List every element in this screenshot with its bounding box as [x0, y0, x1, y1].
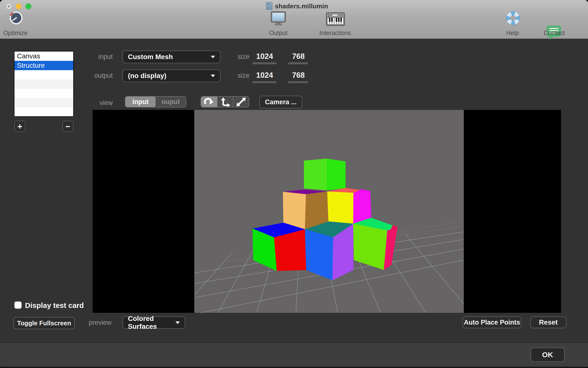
input-dropdown-value: Custom Mesh — [128, 53, 173, 61]
close-button[interactable] — [6, 3, 12, 9]
bottom-right-cube-front-face — [353, 224, 387, 270]
document-icon — [266, 2, 272, 10]
lifebuoy-icon[interactable] — [506, 11, 520, 25]
view-option-ouput[interactable]: ouput — [156, 97, 186, 107]
rotate-tool-button[interactable] — [201, 97, 217, 107]
transform-tools — [201, 96, 249, 107]
output-width-field[interactable]: 1024 — [253, 71, 276, 83]
top-cube-left-face — [304, 159, 327, 190]
display-test-card-checkbox[interactable] — [14, 302, 22, 309]
reset-button[interactable]: Reset — [530, 316, 566, 328]
input-width-field[interactable]: 1024 — [253, 52, 276, 64]
scale-tool-button[interactable] — [233, 97, 249, 107]
structure-editor-window: shaders.millumin Optimize — [0, 0, 588, 368]
output-dropdown[interactable]: (no display) — [122, 69, 220, 82]
chevron-down-icon — [211, 56, 215, 58]
input-dropdown[interactable]: Custom Mesh — [122, 51, 220, 63]
toggle-fullscreen-button[interactable]: Toggle Fullscreen — [13, 317, 75, 329]
toolbar-item-optimize[interactable]: Optimize — [1, 29, 30, 37]
zoom-button[interactable] — [25, 3, 31, 9]
cube-scene — [194, 110, 464, 313]
midi-keyboard-icon[interactable] — [326, 12, 345, 27]
preview-mode-dropdown[interactable]: Colored Surfaces — [122, 316, 185, 329]
preview-letterbox — [93, 110, 561, 313]
preview-viewport[interactable] — [194, 110, 464, 313]
minimize-button[interactable] — [16, 3, 22, 9]
view-label: view — [88, 99, 113, 107]
output-dropdown-value: (no display) — [128, 72, 166, 80]
scale-icon — [235, 97, 247, 107]
grid-line — [429, 231, 464, 264]
view-option-input[interactable]: input — [125, 97, 156, 107]
layers-list: CanvasStructure — [14, 51, 74, 117]
add-layer-button[interactable]: + — [14, 121, 25, 132]
view-segmented-control: input ouput — [125, 96, 186, 107]
output-label: output — [88, 72, 113, 79]
auto-place-points-button[interactable]: Auto Place Points — [463, 316, 521, 328]
list-empty-row — [14, 79, 73, 89]
window-bottom-edge — [0, 367, 588, 368]
scrubber-hatch — [289, 81, 308, 83]
chevron-down-icon — [211, 75, 215, 77]
window-title: shaders.millumin — [275, 2, 328, 10]
list-item-canvas[interactable]: Canvas — [14, 52, 73, 61]
list-item-structure[interactable]: Structure — [14, 61, 73, 70]
window-chrome: shaders.millumin Optimize — [0, 0, 588, 39]
preview-mode-value: Colored Surfaces — [128, 315, 175, 330]
footer-bar: OK — [0, 342, 588, 368]
toolbar-item-contact[interactable]: Contact — [539, 29, 569, 37]
scrubber-hatch — [253, 62, 276, 64]
remove-layer-button[interactable]: − — [62, 121, 74, 132]
mid-right-cube-front-face — [327, 192, 354, 224]
translate-tool-button[interactable] — [217, 97, 233, 107]
rotate-icon — [203, 97, 215, 107]
chevron-down-icon — [175, 321, 180, 324]
display-test-card-label: Display test card — [25, 301, 84, 310]
bottom-mid-cube-front-face — [305, 229, 333, 280]
input-size-label: size — [228, 53, 249, 61]
camera-button[interactable]: Camera ... — [259, 96, 302, 108]
toolbar-item-help[interactable]: Help — [498, 29, 527, 37]
list-empty-row — [14, 98, 73, 107]
top-cube-right-face — [327, 159, 345, 190]
list-empty-row — [14, 89, 73, 98]
output-height-field[interactable]: 768 — [289, 71, 308, 83]
grid-line — [194, 252, 233, 295]
scrubber-hatch — [289, 62, 308, 64]
toolbar-item-output[interactable]: Output — [264, 29, 293, 37]
output-size-label: size — [228, 72, 249, 79]
display-icon[interactable] — [270, 11, 286, 26]
list-empty-row — [14, 107, 73, 117]
translate-icon — [219, 97, 231, 107]
speedometer-icon[interactable] — [9, 10, 24, 26]
input-label: input — [88, 53, 113, 61]
list-empty-row — [14, 70, 73, 79]
preview-label: preview — [87, 319, 111, 327]
input-height-field[interactable]: 768 — [289, 52, 308, 64]
toolbar-item-interactions[interactable]: Interactions — [316, 29, 354, 37]
scrubber-hatch — [253, 81, 276, 83]
ok-button[interactable]: OK — [531, 348, 564, 362]
